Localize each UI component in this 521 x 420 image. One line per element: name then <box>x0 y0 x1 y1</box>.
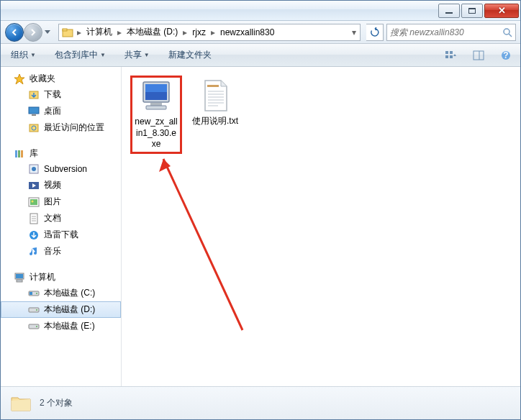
sidebar-item-music[interactable]: 音乐 <box>1 243 121 260</box>
sidebar-item-drive-d[interactable]: 本地磁盘 (D:) <box>1 301 121 318</box>
close-button[interactable]: ✕ <box>484 4 519 18</box>
folder-large-icon <box>9 392 32 415</box>
breadcrumb-separator[interactable]: ▸ <box>209 27 217 37</box>
breadcrumb-separator[interactable]: ▸ <box>75 27 83 37</box>
include-in-library-menu[interactable]: 包含到库中 ▼ <box>50 46 110 64</box>
download-icon <box>28 89 40 101</box>
help-button[interactable]: ? <box>497 47 515 63</box>
computer-icon <box>14 272 25 283</box>
svg-rect-14 <box>32 114 36 116</box>
new-folder-button[interactable]: 新建文件夹 <box>164 46 216 64</box>
svg-point-21 <box>32 167 36 171</box>
sidebar-label: 音乐 <box>44 245 61 257</box>
sidebar-item-drive-e[interactable]: 本地磁盘 (E:) <box>1 318 121 334</box>
sidebar-label: 库 <box>30 147 38 160</box>
svg-rect-32 <box>16 274 23 278</box>
preview-pane-icon <box>473 50 484 60</box>
minimize-button[interactable] <box>438 4 460 18</box>
svg-rect-7 <box>450 55 453 58</box>
annotation-arrow <box>156 143 250 337</box>
breadcrumb[interactable]: ▸ 计算机 ▸ 本地磁盘 (D:) ▸ rjxz ▸ newzxallin830… <box>58 24 361 41</box>
search-icon <box>502 27 512 37</box>
preview-pane-button[interactable] <box>470 47 487 63</box>
computer-header[interactable]: 计算机 <box>1 270 121 285</box>
file-name: 使用说明.txt <box>192 116 238 127</box>
svg-rect-19 <box>21 150 23 158</box>
view-grid-icon <box>445 50 458 60</box>
svg-rect-18 <box>18 150 20 158</box>
toolbar-label: 共享 <box>124 49 142 61</box>
xunlei-icon <box>28 229 40 241</box>
picture-icon <box>28 196 40 208</box>
sidebar-label: 下载 <box>44 88 61 101</box>
forward-button[interactable] <box>24 23 42 42</box>
sidebar-label: 本地磁盘 (D:) <box>44 303 95 316</box>
recent-icon <box>28 122 40 134</box>
search-box[interactable] <box>386 24 516 41</box>
video-icon <box>28 180 40 191</box>
breadcrumb-segment[interactable]: 本地磁盘 (D:) <box>124 24 181 40</box>
svg-rect-45 <box>146 106 166 109</box>
sidebar-item-subversion[interactable]: Subversion <box>1 161 121 177</box>
toolbar-label: 包含到库中 <box>55 49 98 61</box>
sidebar-item-xunlei[interactable]: 迅雷下载 <box>1 227 121 243</box>
sidebar-item-pictures[interactable]: 图片 <box>1 193 121 210</box>
arrow-left-icon <box>10 28 19 37</box>
libraries-header[interactable]: 库 <box>1 146 121 161</box>
file-item-txt[interactable]: 使用说明.txt <box>189 76 241 130</box>
arrow-right-icon <box>29 28 37 37</box>
toolbar-label: 组织 <box>11 49 28 61</box>
breadcrumb-segment[interactable]: 计算机 <box>83 24 115 40</box>
back-button[interactable] <box>5 23 24 42</box>
drive-icon <box>28 304 40 316</box>
toolbar-label: 新建文件夹 <box>168 49 212 61</box>
sidebar-item-downloads[interactable]: 下载 <box>1 86 121 103</box>
svg-point-2 <box>504 29 509 35</box>
file-item-exe[interactable]: new_zx_allin1_8.30.exe <box>130 76 182 154</box>
svg-rect-44 <box>150 103 162 106</box>
svg-point-38 <box>36 309 37 311</box>
sidebar-label: 桌面 <box>44 105 61 117</box>
refresh-icon <box>370 27 380 37</box>
file-name: new_zx_allin1_8.30.exe <box>134 117 178 150</box>
sidebar-item-documents[interactable]: 文档 <box>1 210 121 227</box>
status-text: 2 个对象 <box>40 397 73 409</box>
svg-rect-13 <box>29 107 39 114</box>
search-input[interactable] <box>390 27 502 37</box>
text-file-icon <box>198 78 232 113</box>
favorites-header[interactable]: 收藏夹 <box>1 71 121 86</box>
sidebar-label: 收藏夹 <box>30 73 55 85</box>
folder-icon <box>62 27 73 38</box>
organize-menu[interactable]: 组织 ▼ <box>6 46 40 64</box>
titlebar: ✕ <box>1 1 520 21</box>
sidebar-label: 计算机 <box>30 271 55 283</box>
svg-rect-1 <box>63 29 67 31</box>
desktop-icon <box>28 106 40 117</box>
navigation-bar: ▸ 计算机 ▸ 本地磁盘 (D:) ▸ rjxz ▸ newzxallin830… <box>1 21 520 44</box>
svg-rect-46 <box>207 85 219 87</box>
breadcrumb-separator[interactable]: ▸ <box>115 27 124 37</box>
breadcrumb-segment[interactable]: newzxallin830 <box>217 24 277 40</box>
libraries-group: 库 Subversion 视频 图片 文档 迅雷下载 音乐 <box>1 146 121 260</box>
file-list[interactable]: new_zx_allin1_8.30.exe 使用说明.txt <box>122 67 520 386</box>
maximize-button[interactable] <box>461 4 483 18</box>
breadcrumb-segment[interactable]: rjxz <box>189 24 209 40</box>
svg-line-53 <box>163 159 243 330</box>
nav-history-dropdown[interactable] <box>42 25 53 40</box>
music-icon <box>28 246 40 257</box>
view-options-button[interactable] <box>443 47 460 63</box>
sidebar-item-recent[interactable]: 最近访问的位置 <box>1 119 121 136</box>
sidebar-label: 本地磁盘 (E:) <box>44 320 95 332</box>
sidebar-item-desktop[interactable]: 桌面 <box>1 103 121 119</box>
breadcrumb-separator[interactable]: ▸ <box>181 27 189 37</box>
refresh-button[interactable] <box>366 24 384 41</box>
nav-arrows <box>5 23 53 42</box>
computer-group: 计算机 本地磁盘 (C:) 本地磁盘 (D:) 本地磁盘 (E:) <box>1 270 121 334</box>
breadcrumb-dropdown[interactable]: ▾ <box>350 27 358 37</box>
sidebar-item-drive-c[interactable]: 本地磁盘 (C:) <box>1 285 121 301</box>
sidebar-item-videos[interactable]: 视频 <box>1 177 121 193</box>
share-menu[interactable]: 共享 ▼ <box>120 46 154 64</box>
svg-rect-4 <box>445 51 448 54</box>
document-icon <box>28 213 40 224</box>
svg-point-36 <box>36 293 37 294</box>
